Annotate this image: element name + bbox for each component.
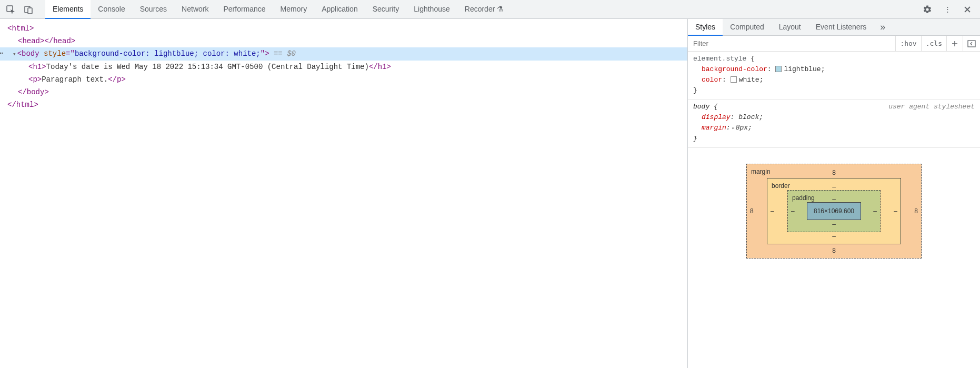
device-toolbar-icon[interactable] bbox=[23, 4, 34, 15]
inspector-icons bbox=[5, 4, 34, 15]
margin-bottom[interactable]: 8 bbox=[832, 245, 836, 256]
tag-head: <head></head> bbox=[18, 37, 75, 45]
tag-body-open: <body bbox=[17, 49, 44, 58]
tab-console[interactable]: Console bbox=[91, 0, 132, 19]
prop-margin: margin bbox=[702, 124, 726, 132]
val-8px: 8px bbox=[736, 124, 748, 132]
tab-recorder-label: Recorder bbox=[465, 5, 495, 13]
new-style-rule-icon[interactable] bbox=[946, 36, 963, 51]
close-icon[interactable] bbox=[962, 4, 973, 15]
svg-rect-2 bbox=[28, 8, 32, 14]
attr-style: style bbox=[44, 49, 66, 58]
attr-style-value: background-color: lightblue; color: whit… bbox=[75, 49, 261, 58]
dom-tree[interactable]: <html> <head></head> <body style="backgr… bbox=[0, 19, 687, 368]
box-margin[interactable]: margin 8 8 8 8 border – – – – padding bbox=[746, 164, 922, 258]
margin-top[interactable]: 8 bbox=[832, 167, 836, 178]
styles-tabstrip: Styles Computed Layout Event Listeners » bbox=[688, 19, 980, 36]
p-text: Paragraph text. bbox=[42, 75, 108, 84]
color-swatch-lightblue[interactable] bbox=[775, 66, 782, 72]
toolbar-right-icons: ⋮ bbox=[922, 4, 973, 15]
h1-text: Today's date is Wed May 18 2022 15:13:34… bbox=[46, 63, 369, 71]
kebab-menu-icon[interactable]: ⋮ bbox=[942, 4, 953, 15]
border-label: border bbox=[772, 181, 790, 191]
box-content[interactable]: 816×1069.600 bbox=[807, 202, 861, 220]
tab-layout[interactable]: Layout bbox=[772, 19, 808, 36]
box-border[interactable]: border – – – – padding – – – – 81 bbox=[767, 178, 901, 244]
tag-html-open: <html> bbox=[7, 24, 34, 33]
uas-label: user agent stylesheet bbox=[888, 102, 975, 112]
val-lightblue[interactable]: lightblue bbox=[784, 65, 821, 73]
val-white[interactable]: white bbox=[739, 76, 759, 84]
selector-body: body bbox=[693, 103, 709, 111]
filter-row: :hov .cls bbox=[688, 36, 980, 52]
prop-background-color[interactable]: background-color bbox=[702, 65, 767, 73]
tab-elements[interactable]: Elements bbox=[45, 0, 91, 19]
expand-triangle-icon[interactable] bbox=[13, 49, 17, 58]
tab-styles[interactable]: Styles bbox=[688, 19, 723, 36]
color-swatch-white[interactable] bbox=[731, 76, 737, 83]
filter-input[interactable] bbox=[688, 39, 895, 47]
padding-right[interactable]: – bbox=[873, 206, 877, 216]
main-tabstrip: Elements Console Sources Network Perform… bbox=[0, 0, 980, 19]
padding-left[interactable]: – bbox=[791, 206, 795, 216]
prop-color[interactable]: color bbox=[702, 76, 722, 84]
val-block: block bbox=[738, 113, 759, 121]
tab-recorder[interactable]: Recorder⚗ bbox=[457, 0, 512, 19]
rule-body-uas[interactable]: user agent stylesheet body { display: bl… bbox=[688, 100, 980, 148]
hov-toggle[interactable]: :hov bbox=[895, 36, 921, 51]
tab-application[interactable]: Application bbox=[314, 0, 365, 19]
dom-p[interactable]: <p>Paragraph text.</p> bbox=[0, 73, 687, 86]
dom-h1[interactable]: <h1>Today's date is Wed May 18 2022 15:1… bbox=[0, 61, 687, 73]
devtools-window: Elements Console Sources Network Perform… bbox=[0, 0, 980, 368]
margin-left[interactable]: 8 bbox=[750, 206, 754, 216]
tab-security[interactable]: Security bbox=[365, 0, 407, 19]
tab-computed[interactable]: Computed bbox=[723, 19, 772, 36]
styles-rules: element.style { background-color: lightb… bbox=[688, 52, 980, 368]
more-tabs-icon[interactable]: » bbox=[874, 22, 892, 33]
dom-body-close[interactable]: </body> bbox=[0, 86, 687, 98]
margin-right[interactable]: 8 bbox=[914, 206, 918, 216]
tab-memory[interactable]: Memory bbox=[273, 0, 315, 19]
expand-shorthand-icon[interactable]: ▸ bbox=[732, 125, 735, 131]
sidebar-toggle-icon[interactable] bbox=[963, 36, 980, 51]
dom-html-close[interactable]: </html> bbox=[0, 98, 687, 111]
tab-network[interactable]: Network bbox=[174, 0, 216, 19]
margin-label: margin bbox=[751, 166, 771, 177]
styles-sidebar: Styles Computed Layout Event Listeners »… bbox=[687, 19, 980, 368]
settings-icon[interactable] bbox=[922, 4, 933, 15]
cls-toggle[interactable]: .cls bbox=[921, 36, 946, 51]
prop-display: display bbox=[702, 113, 731, 121]
dom-head[interactable]: <head></head> bbox=[0, 35, 687, 47]
padding-top[interactable]: – bbox=[832, 194, 836, 204]
selection-marker: == $0 bbox=[269, 49, 296, 58]
inspect-element-icon[interactable] bbox=[5, 4, 16, 15]
border-left[interactable]: – bbox=[771, 206, 774, 216]
tab-lighthouse[interactable]: Lighthouse bbox=[406, 0, 457, 19]
tab-performance[interactable]: Performance bbox=[216, 0, 273, 19]
border-bottom[interactable]: – bbox=[832, 231, 836, 242]
svg-rect-3 bbox=[968, 41, 975, 47]
selector-element-style: element.style bbox=[693, 55, 746, 63]
dom-html-open[interactable]: <html> bbox=[0, 22, 687, 35]
dom-body-open[interactable]: <body style="background-color: lightblue… bbox=[0, 47, 687, 61]
rule-element-style[interactable]: element.style { background-color: lightb… bbox=[688, 52, 980, 100]
box-model: margin 8 8 8 8 border – – – – padding bbox=[688, 148, 980, 269]
padding-bottom[interactable]: – bbox=[832, 219, 836, 230]
flask-icon: ⚗ bbox=[497, 5, 504, 13]
tab-sources[interactable]: Sources bbox=[133, 0, 174, 19]
tab-event-listeners[interactable]: Event Listeners bbox=[808, 19, 874, 36]
main-split: <html> <head></head> <body style="backgr… bbox=[0, 19, 980, 368]
border-right[interactable]: – bbox=[894, 206, 897, 216]
padding-label: padding bbox=[792, 193, 815, 203]
box-padding[interactable]: padding – – – – 816×1069.600 bbox=[787, 190, 881, 232]
